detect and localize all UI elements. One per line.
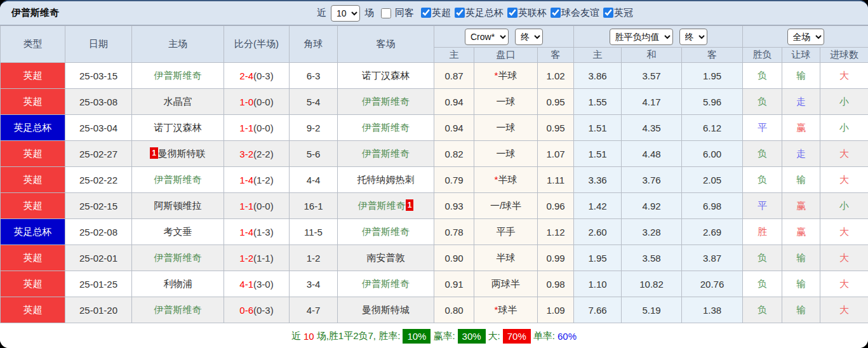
sub-col-header-3: 主 xyxy=(574,48,622,63)
recent-label: 近 xyxy=(317,7,326,19)
big-rate-badge: 70% xyxy=(503,329,531,344)
match-type-badge: 英超 xyxy=(1,141,65,167)
corners-cell: 11-5 xyxy=(290,219,338,245)
europe-draw-odds: 4.92 xyxy=(622,193,682,219)
corners-cell: 16-1 xyxy=(290,193,338,219)
half-time-score: (2-2) xyxy=(253,149,274,159)
league-filter-checkbox-3[interactable] xyxy=(551,8,561,18)
match-date: 25-02-01 xyxy=(65,245,132,271)
league-filter-label: 球会友谊 xyxy=(561,7,599,18)
league-filter-checkbox-2[interactable] xyxy=(507,8,517,18)
europe-win-odds: 3.36 xyxy=(574,167,622,193)
europe-lose-odds: 2.69 xyxy=(682,219,743,245)
win-handicap-label: 赢率: xyxy=(433,330,455,342)
match-date: 25-03-15 xyxy=(65,63,132,89)
score-cell: 1-0(0-0) xyxy=(224,89,290,115)
handicap-result: 输 xyxy=(782,297,820,323)
match-type-badge: 英超 xyxy=(1,63,65,89)
half-time-score: (3-0) xyxy=(253,279,274,290)
team-name: 诺丁汉森林 xyxy=(362,70,410,81)
league-filter-checkbox-4[interactable] xyxy=(603,8,613,18)
goals-over-under: 大 xyxy=(820,297,868,323)
goals-over-under: 大 xyxy=(820,167,868,193)
asia-away-odds: 1.02 xyxy=(538,63,574,89)
bookmaker-select[interactable]: Crow* xyxy=(465,29,509,45)
asia-handicap-line: *半球 xyxy=(474,63,538,89)
score-cell: 1-1(0-0) xyxy=(224,115,290,141)
match-date: 25-03-08 xyxy=(65,89,132,115)
match-outcome: 平 xyxy=(743,193,782,219)
asia-home-odds: 0.78 xyxy=(434,219,474,245)
matches-label: 场 xyxy=(364,7,374,19)
asia-home-odds: 0.82 xyxy=(434,141,474,167)
match-type-badge: 英超 xyxy=(1,167,65,193)
full-time-score: 1-0 xyxy=(239,97,253,107)
sub-col-header-6: 胜负 xyxy=(743,48,782,63)
home-team-cell: 阿斯顿维拉 xyxy=(132,193,224,219)
col-header-away: 客场 xyxy=(338,26,434,63)
europe-draw-odds: 3.28 xyxy=(622,219,682,245)
europe-win-odds: 3.86 xyxy=(574,63,622,89)
handicap-result: 走 xyxy=(782,89,820,115)
away-team-cell: 伊普斯维奇1 xyxy=(338,193,434,219)
full-time-score: 2-4 xyxy=(239,70,253,81)
corners-cell: 6-3 xyxy=(290,63,338,89)
summary-footer: 近10场,胜1平2负7, 胜率: 10% 赢率: 30% 大: 70% 单率:6… xyxy=(0,323,868,348)
handicap-result: 赢 xyxy=(782,219,820,245)
europe-lose-odds: 1.95 xyxy=(682,63,743,89)
asia-handicap-line: 一球 xyxy=(474,115,538,141)
team-name: 伊普斯维奇 xyxy=(154,174,202,185)
team-name: 南安普敦 xyxy=(367,252,405,263)
asia-home-odds: 0.94 xyxy=(434,89,474,115)
filter-controls: 近 10 场 同客 英超英足总杯英联杯球会友谊英冠 xyxy=(317,5,633,22)
asia-home-odds: 0.79 xyxy=(434,167,474,193)
asia-home-odds: 0.90 xyxy=(434,245,474,271)
match-outcome: 平 xyxy=(743,115,782,141)
asia-period-select[interactable]: 终 xyxy=(515,29,543,45)
europe-win-odds: 1.95 xyxy=(574,245,622,271)
asia-home-odds: 0.87 xyxy=(434,63,474,89)
full-time-score: 1-1 xyxy=(239,123,253,133)
win-handicap-badge: 30% xyxy=(458,329,486,344)
same-venue-checkbox[interactable] xyxy=(381,8,391,18)
half-time-score: (1-2) xyxy=(253,175,274,185)
league-filter-checkbox-0[interactable] xyxy=(421,8,431,18)
europe-win-odds: 1.10 xyxy=(574,271,622,297)
match-date: 25-03-04 xyxy=(65,115,132,141)
col-header-corners: 角球 xyxy=(290,26,338,63)
col-header-date: 日期 xyxy=(65,26,132,63)
asia-handicap-line: 半球 xyxy=(474,245,538,271)
full-match-select[interactable]: 全场 xyxy=(787,29,824,45)
europe-draw-odds: 3.76 xyxy=(622,167,682,193)
asia-odds-group-header: Crow* 终 xyxy=(434,26,574,48)
europe-draw-odds: 4.35 xyxy=(622,115,682,141)
score-cell: 4-1(3-0) xyxy=(224,271,290,297)
goals-over-under: 大 xyxy=(820,219,868,245)
recent-count-select[interactable]: 10 xyxy=(331,5,360,22)
full-time-score: 1-1 xyxy=(239,201,253,211)
away-team-cell: 伊普斯维奇 xyxy=(338,271,434,297)
league-filter-checkbox-1[interactable] xyxy=(455,8,465,18)
match-outcome: 负 xyxy=(743,271,782,297)
result-group-header: 全场 xyxy=(743,26,868,48)
team-title: 伊普斯维奇 xyxy=(11,7,59,19)
europe-period-select[interactable]: 终 xyxy=(679,29,707,45)
goals-over-under: 小 xyxy=(820,193,868,219)
sub-col-header-2: 客 xyxy=(538,48,574,63)
europe-draw-odds: 4.48 xyxy=(622,141,682,167)
europe-odds-select[interactable]: 胜平负均值 xyxy=(610,29,673,45)
home-team-cell: 水晶宫 xyxy=(132,89,224,115)
summary-prefix: 近 xyxy=(291,330,301,342)
half-time-score: (1-1) xyxy=(253,253,274,264)
half-time-score: (0-3) xyxy=(253,70,274,81)
red-card-badge: 1 xyxy=(150,147,158,159)
europe-draw-odds: 3.57 xyxy=(622,63,682,89)
europe-win-odds: 1.42 xyxy=(574,193,622,219)
summary-count: 10 xyxy=(304,331,314,342)
europe-draw-odds: 10.82 xyxy=(622,271,682,297)
match-row: 英超25-01-25利物浦4-1(3-0)3-4伊普斯维奇0.91两球半0.98… xyxy=(1,271,868,297)
team-name: 伊普斯维奇 xyxy=(362,278,410,289)
league-filter-label: 英联杯 xyxy=(518,7,547,18)
home-team-cell: 伊普斯维奇 xyxy=(132,167,224,193)
corners-cell: 9-2 xyxy=(290,115,338,141)
